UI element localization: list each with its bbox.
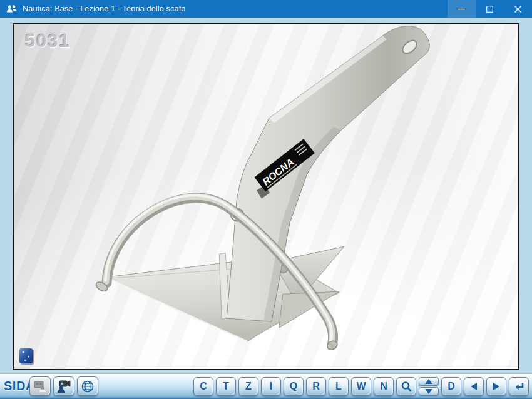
presentation-icon	[33, 380, 47, 393]
close-icon	[514, 6, 521, 13]
window-title: Nautica: Base - Lezione 1 - Teoria dello…	[23, 4, 448, 13]
key-i[interactable]: I	[261, 377, 281, 396]
webcam-person-icon	[56, 380, 71, 393]
next-key[interactable]	[486, 377, 506, 396]
icon-button-row	[29, 376, 98, 396]
presentation-button[interactable]	[29, 376, 51, 396]
bottom-toolbar: SIDA	[0, 373, 532, 399]
window-controls	[448, 0, 532, 18]
key-q[interactable]: Q	[284, 377, 304, 396]
enter-key[interactable]	[509, 377, 529, 396]
close-button[interactable]	[504, 0, 532, 18]
arrow-right-icon	[492, 382, 501, 391]
magnifier-key[interactable]	[396, 377, 416, 396]
maximize-icon	[486, 6, 493, 13]
key-r[interactable]: R	[306, 377, 326, 396]
globe-icon	[81, 380, 95, 393]
spinner-up-button[interactable]	[419, 377, 439, 386]
users-icon	[6, 4, 18, 13]
key-c[interactable]: C	[193, 377, 213, 396]
enter-icon	[513, 381, 524, 391]
spinner-key	[419, 377, 439, 396]
application-window: Nautica: Base - Lezione 1 - Teoria dello…	[0, 0, 532, 399]
chevron-down-icon	[425, 389, 432, 394]
arrow-left-icon	[469, 382, 478, 391]
maximize-button[interactable]	[476, 0, 504, 18]
main-area: 5031	[0, 18, 532, 374]
magnifier-icon	[401, 381, 412, 392]
titlebar: Nautica: Base - Lezione 1 - Teoria dello…	[0, 0, 532, 18]
glossary-cube-icon[interactable]	[19, 348, 33, 363]
anchor-image: ROCNA	[14, 24, 518, 369]
key-d[interactable]: D	[441, 377, 461, 396]
globe-button[interactable]	[77, 376, 98, 396]
minimize-icon	[458, 6, 465, 13]
slide-panel: 5031	[13, 23, 519, 370]
webcam-button[interactable]	[53, 376, 74, 396]
key-z[interactable]: Z	[238, 377, 258, 396]
chevron-up-icon	[425, 379, 432, 384]
minimize-button[interactable]	[448, 0, 476, 18]
previous-key[interactable]	[464, 377, 484, 396]
key-l[interactable]: L	[329, 377, 349, 396]
spinner-down-button[interactable]	[419, 387, 439, 396]
key-w[interactable]: W	[351, 377, 371, 396]
key-n[interactable]: N	[374, 377, 394, 396]
key-row: C T Z I Q R L W N	[193, 377, 529, 396]
key-t[interactable]: T	[216, 377, 236, 396]
